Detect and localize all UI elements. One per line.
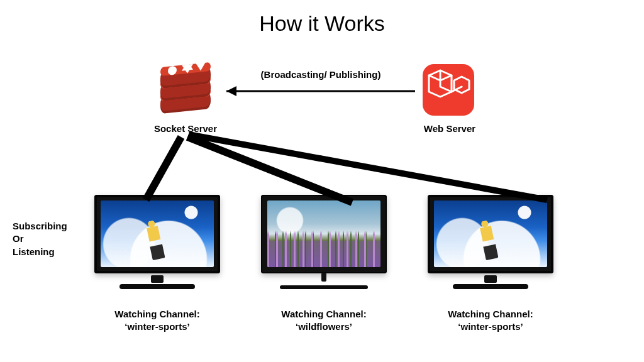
caption-line: Watching Channel: [421,308,560,321]
caption-line: ‘winter-sports’ [88,321,226,333]
tv-stand [119,278,195,289]
socket-server-label: Socket Server [145,123,226,134]
subscribing-line: Subscribing [13,220,88,233]
caption-line: Watching Channel: [88,308,226,321]
tv-bezel [94,195,220,273]
caption-line: Watching Channel: [255,308,393,321]
caption-line: ‘winter-sports’ [421,321,560,333]
svg-marker-1 [226,86,236,96]
client-caption-1: Watching Channel: ‘winter-sports’ [88,308,226,334]
tv-stand [286,278,362,289]
redis-icon [160,66,211,113]
tv-bezel [261,195,387,273]
subscribing-line: Listening [13,246,88,258]
tv-bezel [428,195,553,273]
svg-line-4 [189,134,547,200]
diagram-stage: How it Works Socket Server Web Server (B… [0,0,644,362]
web-server-label: Web Server [415,123,484,134]
client-caption-2: Watching Channel: ‘wildflowers’ [255,308,393,334]
tv-stand [453,278,528,289]
client-tv-3 [428,195,553,289]
svg-line-2 [146,137,181,200]
tv-screen [267,200,380,267]
client-tv-1 [94,195,220,289]
caption-line: ‘wildflowers’ [255,321,393,333]
page-title: How it Works [0,11,644,36]
client-tv-2 [261,195,387,289]
svg-line-3 [187,137,352,202]
broadcasting-label: (Broadcasting/ Publishing) [233,69,409,80]
laravel-icon [423,64,474,116]
client-caption-3: Watching Channel: ‘winter-sports’ [421,308,560,334]
tv-screen [434,200,547,267]
tv-screen [101,200,214,267]
subscribing-label: Subscribing Or Listening [13,220,88,258]
subscribing-line: Or [13,233,88,245]
